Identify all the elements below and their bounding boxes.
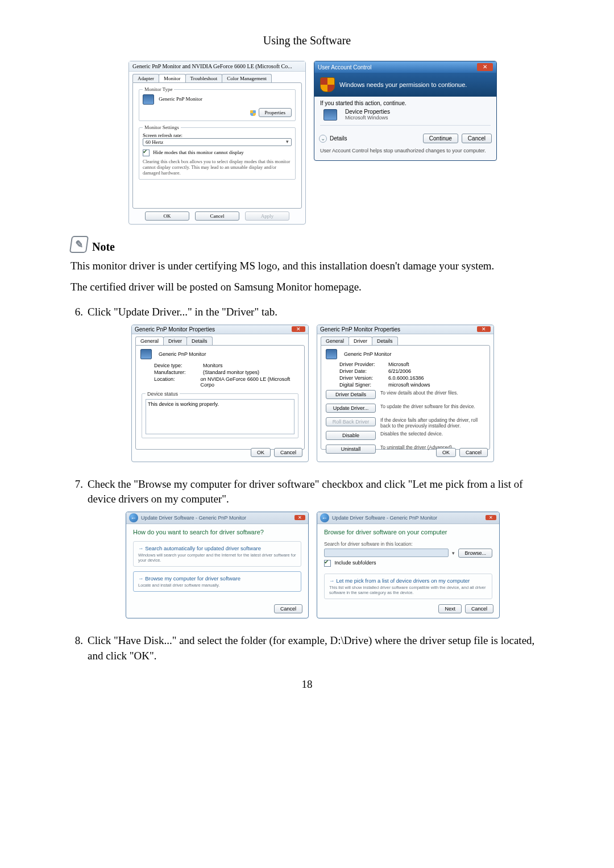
- cancel-button[interactable]: Cancel: [465, 604, 493, 613]
- ok-button[interactable]: OK: [436, 448, 456, 457]
- location-label: Location:: [154, 376, 197, 388]
- driver-tab[interactable]: Driver: [163, 337, 187, 345]
- figure-row-2: Generic PnP Monitor Properties ✕ General…: [74, 325, 551, 462]
- step-8: Click "Have Disk..." and select the fold…: [63, 629, 551, 668]
- uac-window: User Account Control ✕ Windows needs you…: [314, 61, 497, 161]
- monitor-properties-title: Generic PnP Monitor Properties: [135, 326, 215, 333]
- general-tab[interactable]: General: [321, 337, 349, 345]
- driver-details-button[interactable]: Driver Details: [326, 390, 376, 399]
- disable-button[interactable]: Disable: [326, 431, 376, 440]
- device-type-value: Monitors: [203, 363, 223, 368]
- include-subfolders-label: Include subfolders: [335, 560, 376, 566]
- uac-banner: Windows needs your permission to contion…: [314, 73, 496, 97]
- back-icon[interactable]: ←: [129, 513, 138, 522]
- option-search-auto-sub: Windows will search your computer and th…: [138, 553, 296, 563]
- uac-titlebar: User Account Control ✕: [314, 61, 496, 73]
- browse-button[interactable]: Browse...: [458, 549, 492, 558]
- color-management-tab[interactable]: Color Management: [222, 74, 272, 82]
- driver-date-label: Driver Date:: [339, 368, 385, 374]
- details-tab[interactable]: Details: [372, 337, 398, 345]
- display-properties-tabs: Adapter Monitor Troubleshoot Color Manag…: [129, 72, 305, 82]
- close-icon[interactable]: ✕: [294, 515, 305, 520]
- location-label: Search for driver software in this locat…: [324, 541, 492, 547]
- close-icon[interactable]: ✕: [292, 326, 305, 332]
- next-button[interactable]: Next: [438, 604, 462, 613]
- monitor-type-label: Monitor Type: [143, 86, 174, 92]
- digital-signer-label: Digital Signer:: [339, 382, 385, 388]
- note-icon: ✎: [69, 236, 89, 253]
- option-search-auto-title: Search automatically for updated driver …: [138, 545, 296, 551]
- update-driver-wizard-2: ← Update Driver Software - Generic PnP M…: [317, 512, 500, 618]
- monitor-properties-general-window: Generic PnP Monitor Properties ✕ General…: [131, 325, 309, 462]
- uac-banner-text: Windows needs your permission to contion…: [339, 81, 467, 88]
- troubleshoot-tab[interactable]: Troubleshoot: [185, 74, 223, 82]
- cancel-button[interactable]: Cancel: [274, 604, 302, 613]
- cancel-button[interactable]: Cancel: [459, 448, 488, 457]
- monitor-type-value: Generic PnP Monitor: [159, 96, 202, 102]
- monitor-icon: [326, 349, 337, 359]
- uac-started-text: If you started this action, continue.: [320, 100, 491, 106]
- details-tab[interactable]: Details: [186, 337, 213, 345]
- general-tab[interactable]: General: [135, 337, 164, 345]
- step-7: Check the "Browse my computer for driver…: [63, 472, 551, 512]
- ok-button[interactable]: OK: [145, 211, 189, 221]
- monitor-settings-label: Monitor Settings: [143, 124, 181, 130]
- note-label: Note: [92, 240, 115, 254]
- option-let-me-pick-sub: This list will show installed driver sof…: [329, 585, 487, 595]
- adapter-tab[interactable]: Adapter: [132, 74, 159, 82]
- driver-tab[interactable]: Driver: [349, 337, 372, 345]
- apply-button[interactable]: Apply: [245, 211, 289, 221]
- back-icon[interactable]: ←: [320, 513, 329, 522]
- wizard-crumb: Update Driver Software - Generic PnP Mon…: [141, 515, 246, 521]
- monitor-tab[interactable]: Monitor: [159, 74, 186, 82]
- note-text-1: This monitor driver is under certifying …: [70, 259, 544, 274]
- cancel-button[interactable]: Cancel: [274, 448, 302, 457]
- uac-details-toggle[interactable]: Details: [330, 135, 347, 142]
- uninstall-button[interactable]: Uninstall: [326, 445, 376, 454]
- monitor-icon: [140, 349, 152, 359]
- figure-row-3: ← Update Driver Software - Generic PnP M…: [74, 512, 551, 618]
- uac-item-name: Device Properties: [345, 109, 390, 115]
- option-let-me-pick[interactable]: Let me pick from a list of device driver…: [324, 574, 492, 599]
- display-properties-window: Generic PnP Monitor and NVIDIA GeForce 6…: [128, 61, 306, 225]
- option-browse-sub: Locate and install driver software manua…: [138, 583, 296, 588]
- wizard-question: Browse for driver software on your compu…: [324, 529, 492, 535]
- cancel-button[interactable]: Cancel: [195, 211, 239, 221]
- cancel-button[interactable]: Cancel: [462, 134, 492, 143]
- page-number: 18: [0, 678, 614, 691]
- rollback-driver-button[interactable]: Roll Back Driver: [326, 417, 376, 426]
- uac-title: User Account Control: [318, 64, 372, 70]
- wizard-question: How do you want to search for driver sof…: [133, 529, 301, 535]
- display-properties-title: Generic PnP Monitor and NVIDIA GeForce 6…: [129, 61, 305, 72]
- update-driver-button[interactable]: Update Driver...: [326, 404, 376, 413]
- device-icon: [323, 109, 337, 121]
- driver-version-label: Driver Version:: [339, 375, 385, 381]
- uac-help-text: User Account Control helps stop unauthor…: [314, 147, 496, 158]
- close-icon[interactable]: ✕: [477, 63, 493, 71]
- device-name: Generic PnP Monitor: [344, 351, 391, 357]
- properties-button[interactable]: Properties: [259, 108, 292, 117]
- digital-signer-value: microsoft windows: [388, 382, 430, 388]
- uac-item-publisher: Microsoft Windows: [345, 115, 390, 121]
- ok-button[interactable]: OK: [251, 448, 271, 457]
- chevron-down-icon[interactable]: ⌄: [319, 135, 327, 143]
- device-status-value: This device is working properly.: [146, 399, 294, 434]
- disable-desc: Disables the selected device.: [380, 431, 485, 442]
- location-input[interactable]: [324, 549, 449, 557]
- hide-modes-description: Clearing this check box allows you to se…: [143, 159, 292, 176]
- continue-button[interactable]: Continue: [423, 134, 458, 143]
- monitor-properties-driver-window: Generic PnP Monitor Properties ✕ General…: [317, 325, 494, 462]
- close-icon[interactable]: ✕: [486, 515, 496, 520]
- option-let-me-pick-title: Let me pick from a list of device driver…: [329, 578, 487, 584]
- step-6: Click "Update Driver..." in the "Driver"…: [63, 300, 551, 325]
- hide-modes-checkbox[interactable]: [143, 149, 150, 156]
- figure-row-1: Generic PnP Monitor and NVIDIA GeForce 6…: [74, 61, 551, 225]
- wizard-crumb: Update Driver Software - Generic PnP Mon…: [332, 515, 437, 521]
- option-browse[interactable]: Browse my computer for driver software L…: [133, 571, 301, 592]
- close-icon[interactable]: ✕: [477, 326, 491, 332]
- include-subfolders-checkbox[interactable]: [324, 560, 331, 567]
- refresh-rate-select[interactable]: 60 Hertz: [143, 138, 292, 146]
- driver-provider-value: Microsoft: [388, 362, 409, 367]
- update-driver-desc: To update the driver software for this d…: [380, 404, 485, 415]
- option-search-auto[interactable]: Search automatically for updated driver …: [133, 541, 301, 567]
